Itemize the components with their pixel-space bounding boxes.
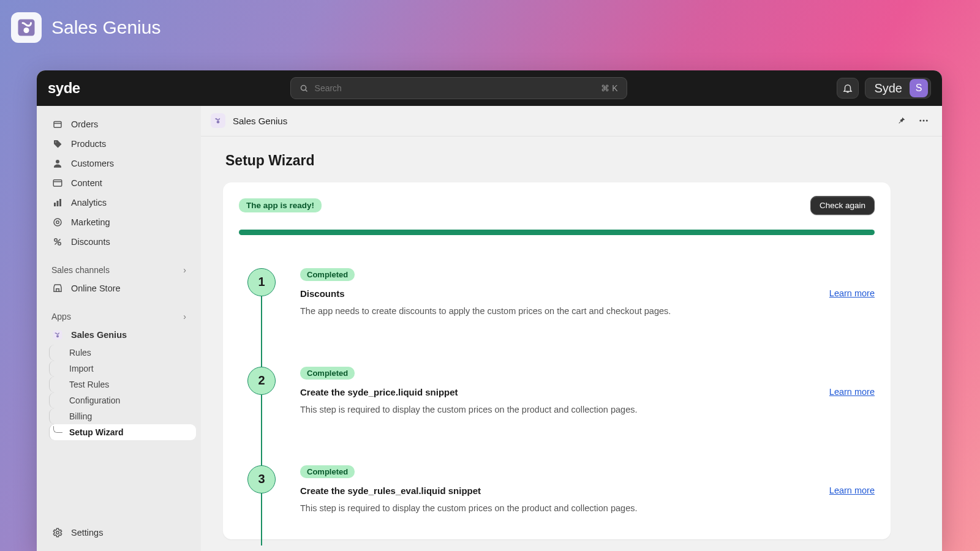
search-bar[interactable]: ⌘ K	[290, 77, 627, 99]
step-description: This step is required to display the cus…	[300, 403, 875, 416]
svg-rect-8	[59, 199, 61, 206]
svg-line-13	[55, 239, 61, 245]
app-subitem-rules[interactable]: Rules	[49, 345, 196, 361]
step-number: 2	[247, 367, 276, 395]
sidebar-item-label: Discounts	[71, 237, 110, 247]
account-name: Syde	[874, 81, 902, 96]
sidebar-item-settings[interactable]: Settings	[42, 523, 196, 542]
search-icon	[300, 84, 309, 93]
setup-step-1: 1 Completed Discounts Learn more The app…	[239, 268, 875, 367]
page-title: Setup Wizard	[225, 152, 918, 169]
svg-point-4	[56, 160, 59, 163]
app-subitem-import[interactable]: Import	[49, 361, 196, 377]
notifications-button[interactable]	[837, 78, 859, 99]
sub-label: Import	[69, 364, 94, 373]
step-title: Discounts	[300, 288, 345, 299]
learn-more-link[interactable]: Learn more	[829, 288, 875, 298]
svg-point-11	[55, 239, 58, 242]
sidebar-item-label: Customers	[71, 159, 114, 168]
apps-header[interactable]: Apps ›	[42, 308, 196, 324]
promo-title: Sales Genius	[51, 17, 160, 38]
topbar: syde ⌘ K Syde S	[37, 70, 942, 106]
sidebar-item-orders[interactable]: Orders	[42, 114, 196, 134]
check-again-button[interactable]: Check again	[810, 196, 875, 215]
app-header-title: Sales Genius	[233, 116, 287, 126]
search-shortcut: ⌘ K	[601, 83, 617, 93]
svg-point-18	[919, 120, 921, 122]
app-subitem-test-rules[interactable]: Test Rules	[49, 377, 196, 392]
svg-line-2	[305, 89, 307, 91]
brand-text: syde	[48, 80, 80, 96]
app-subitem-setup-wizard[interactable]: Setup Wizard	[49, 424, 196, 440]
page-content: Setup Wizard The app is ready! Check aga…	[201, 137, 942, 552]
sidebar: Orders Products Customers Content Analyt…	[37, 106, 201, 551]
sidebar-item-products[interactable]: Products	[42, 134, 196, 154]
step-title: Create the syde_price.liquid snippet	[300, 387, 458, 397]
customers-icon	[51, 157, 64, 170]
app-mini-logo	[211, 113, 225, 128]
step-status-badge: Completed	[300, 367, 355, 380]
svg-point-15	[56, 335, 59, 337]
main-content: Sales Genius Setup Wizard The app is rea…	[201, 106, 942, 551]
sidebar-item-customers[interactable]: Customers	[42, 154, 196, 173]
sidebar-item-marketing[interactable]: Marketing	[42, 212, 196, 232]
progress-fill	[239, 230, 875, 235]
sidebar-item-analytics[interactable]: Analytics	[42, 193, 196, 212]
pin-button[interactable]	[893, 112, 910, 129]
discounts-icon	[51, 236, 64, 248]
sidebar-item-content[interactable]: Content	[42, 173, 196, 193]
learn-more-link[interactable]: Learn more	[829, 387, 875, 397]
sidebar-app-sales-genius[interactable]: Sales Genius	[42, 325, 196, 345]
step-number: 1	[247, 268, 276, 296]
step-description: This step is required to display the cus…	[300, 502, 875, 515]
svg-point-9	[54, 219, 61, 226]
sales-channels-header[interactable]: Sales channels ›	[42, 261, 196, 277]
svg-point-17	[217, 121, 220, 124]
svg-point-20	[926, 120, 928, 122]
step-connector	[261, 395, 262, 469]
step-description: The app needs to create discounts to app…	[300, 305, 875, 318]
step-status-badge: Completed	[300, 465, 355, 478]
account-menu[interactable]: Syde S	[865, 78, 931, 99]
analytics-icon	[51, 197, 64, 209]
app-subitem-configuration[interactable]: Configuration	[49, 392, 196, 408]
setup-step-3: 3 Completed Create the syde_rules_eval.l…	[239, 465, 875, 515]
sub-label: Rules	[69, 348, 91, 358]
setup-step-2: 2 Completed Create the syde_price.liquid…	[239, 367, 875, 465]
products-icon	[51, 138, 64, 150]
more-button[interactable]	[915, 112, 932, 129]
svg-point-12	[58, 242, 61, 246]
settings-icon	[51, 527, 64, 539]
app-icon	[51, 329, 64, 341]
svg-rect-6	[54, 203, 56, 206]
sidebar-item-label: Analytics	[71, 198, 107, 208]
app-subitem-billing[interactable]: Billing	[49, 408, 196, 424]
progress-bar	[239, 230, 875, 235]
chevron-right-icon: ›	[183, 265, 186, 275]
step-title: Create the syde_rules_eval.liquid snippe…	[300, 485, 481, 496]
promo-header: Sales Genius	[0, 0, 980, 55]
sidebar-item-label: Sales Genius	[71, 330, 127, 340]
step-number: 3	[247, 465, 276, 493]
svg-rect-3	[54, 122, 61, 128]
section-label: Apps	[51, 312, 71, 321]
svg-rect-7	[57, 201, 59, 206]
sub-label: Test Rules	[69, 380, 109, 389]
sidebar-item-label: Products	[71, 139, 106, 149]
svg-point-0	[24, 28, 29, 33]
sidebar-item-label: Orders	[71, 119, 98, 129]
topbar-actions: Syde S	[837, 78, 931, 99]
step-status-badge: Completed	[300, 268, 355, 281]
learn-more-link[interactable]: Learn more	[829, 485, 875, 495]
sub-label: Billing	[69, 411, 92, 421]
brand-logo[interactable]: syde	[48, 80, 80, 97]
steps-list: 1 Completed Discounts Learn more The app…	[239, 268, 875, 515]
sidebar-item-label: Online Store	[71, 283, 121, 293]
search-input[interactable]	[315, 83, 595, 93]
sidebar-item-online-store[interactable]: Online Store	[42, 279, 196, 298]
section-label: Sales channels	[51, 265, 110, 275]
avatar-initial: S	[916, 83, 922, 94]
svg-rect-14	[53, 331, 62, 340]
sidebar-item-discounts[interactable]: Discounts	[42, 232, 196, 252]
step-connector	[261, 493, 262, 545]
